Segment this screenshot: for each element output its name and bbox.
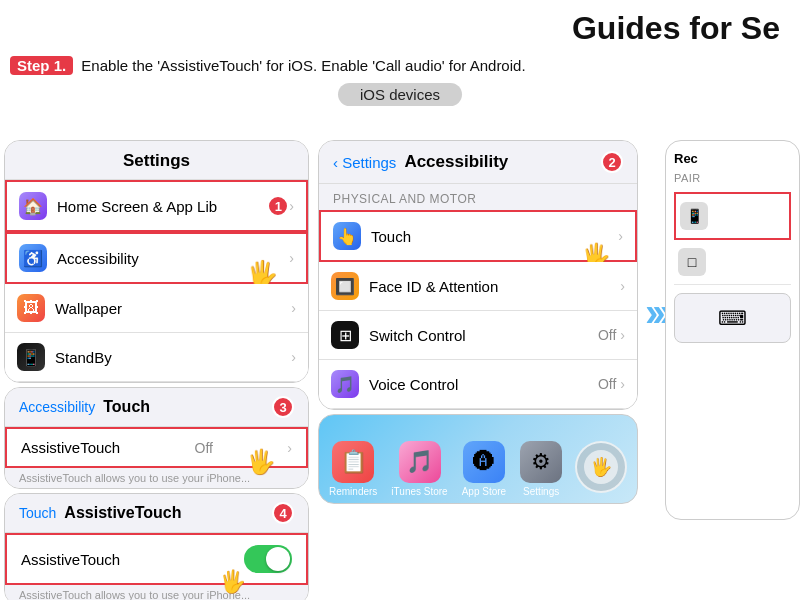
right-item-icon-1: 📱: [680, 202, 708, 230]
app-settings[interactable]: ⚙ Settings: [520, 441, 562, 497]
settings-item-wallpaper[interactable]: 🖼 Wallpaper ›: [5, 284, 308, 333]
settings-title: Settings: [5, 141, 308, 180]
standby-icon: 📱: [17, 343, 45, 371]
arrows-icon: ›››: [645, 290, 667, 335]
voice-icon: 🎵: [331, 370, 359, 398]
settings-item-accessibility[interactable]: ♿ Accessibility › 🖐: [5, 232, 308, 284]
at-desc: AssistiveTouch allows you to use your iP…: [5, 585, 308, 600]
settings-app-icon: ⚙: [520, 441, 562, 483]
acc-switch-chevron: ›: [620, 327, 625, 343]
at-label: AssistiveTouch: [21, 551, 120, 568]
acc-item-touch[interactable]: 👆 Touch › 🖐: [319, 210, 637, 262]
mid-column: ‹ Settings Accessibility 2 PHYSICAL AND …: [318, 140, 643, 504]
faceid-icon: 🔲: [331, 272, 359, 300]
step-bar: Step 1. Enable the 'AssistiveTouch' for …: [0, 52, 800, 83]
acc-switch-label: Switch Control: [369, 327, 598, 344]
settings-app-label: Settings: [523, 486, 559, 497]
appstore-label: App Store: [462, 486, 506, 497]
itunes-icon: 🎵: [399, 441, 441, 483]
step3-badge: 3: [272, 396, 294, 418]
card-right-partial: Rec PAIR 📱 □ ⌨: [665, 140, 800, 520]
reminders-label: Reminders: [329, 486, 377, 497]
arrows-wrap: ›››: [645, 290, 667, 335]
app-itunes[interactable]: 🎵 iTunes Store: [391, 441, 447, 497]
touch-at-label: AssistiveTouch: [21, 439, 120, 456]
settings-item-homescreen[interactable]: 🏠 Home Screen & App Lib 1 ›: [5, 180, 308, 232]
card-settings: Settings 🏠 Home Screen & App Lib 1 › ♿ A…: [4, 140, 309, 383]
at-inner-circle: 🖐: [584, 450, 618, 484]
ios-label: iOS devices: [338, 83, 462, 106]
acc-header: ‹ Settings Accessibility 2: [319, 141, 637, 184]
homescreen-label: Home Screen & App Lib: [57, 198, 267, 215]
right-section-label: PAIR: [674, 172, 791, 184]
at-header: Touch AssistiveTouch 4: [5, 494, 308, 533]
step-text: Enable the 'AssistiveTouch' for iOS. Ena…: [81, 57, 525, 74]
right-item-2[interactable]: □: [674, 240, 791, 285]
acc-faceid-chevron: ›: [620, 278, 625, 294]
assistive-touch-button[interactable]: 🖐: [575, 441, 627, 493]
card-accessibility: ‹ Settings Accessibility 2 PHYSICAL AND …: [318, 140, 638, 410]
acc-voice-value: Off: [598, 376, 616, 392]
appstore-icon: 🅐: [463, 441, 505, 483]
page-title: Guides for Se: [0, 0, 800, 52]
ios-label-wrap: iOS devices: [0, 83, 800, 106]
standby-label: StandBy: [55, 349, 291, 366]
right-item-1[interactable]: 📱: [674, 192, 791, 240]
acc-title: Accessibility: [404, 152, 508, 172]
step-badge: Step 1.: [10, 56, 73, 75]
card-touch: Accessibility Touch 3 AssistiveTouch Off…: [4, 387, 309, 489]
right-rec-label: Rec: [674, 151, 791, 166]
right-keyboard[interactable]: ⌨: [674, 293, 791, 343]
touch-header: Accessibility Touch 3: [5, 388, 308, 427]
accessibility-icon: ♿: [19, 244, 47, 272]
step2-badge: 2: [601, 151, 623, 173]
at-title: AssistiveTouch: [64, 504, 181, 522]
right-item-icon-2: □: [678, 248, 706, 276]
touch-back[interactable]: Accessibility: [19, 399, 95, 415]
acc-faceid-label: Face ID & Attention: [369, 278, 616, 295]
settings-item-standby[interactable]: 📱 StandBy ›: [5, 333, 308, 382]
card-at: Touch AssistiveTouch 4 AssistiveTouch 🖐 …: [4, 493, 309, 600]
touch-title: Touch: [103, 398, 150, 416]
touch-assistivetouch-item[interactable]: AssistiveTouch Off › 🖐: [5, 427, 308, 468]
acc-item-switch[interactable]: ⊞ Switch Control Off ›: [319, 311, 637, 360]
acc-section-label: PHYSICAL AND MOTOR: [319, 184, 637, 210]
homescreen-chevron: ›: [289, 198, 294, 214]
wallpaper-icon: 🖼: [17, 294, 45, 322]
itunes-label: iTunes Store: [391, 486, 447, 497]
touch-at-chevron: ›: [287, 440, 292, 456]
acc-touch-label: Touch: [371, 228, 614, 245]
touch-at-value: Off: [195, 440, 213, 456]
acc-touch-chevron: ›: [618, 228, 623, 244]
touch-icon: 👆: [333, 222, 361, 250]
acc-item-faceid[interactable]: 🔲 Face ID & Attention ›: [319, 262, 637, 311]
app-appstore[interactable]: 🅐 App Store: [462, 441, 506, 497]
wallpaper-label: Wallpaper: [55, 300, 291, 317]
card-homescreen: 📋 Reminders 🎵 iTunes Store 🅐 App Store ⚙…: [318, 414, 638, 504]
settings-list: 🏠 Home Screen & App Lib 1 › ♿ Accessibil…: [5, 180, 308, 382]
at-toggle[interactable]: [244, 545, 292, 573]
at-toggle-item[interactable]: AssistiveTouch 🖐: [5, 533, 308, 585]
accessibility-chevron: ›: [289, 250, 294, 266]
acc-voice-label: Voice Control: [369, 376, 598, 393]
step1-badge: 1: [267, 195, 289, 217]
at-back[interactable]: Touch: [19, 505, 56, 521]
wallpaper-chevron: ›: [291, 300, 296, 316]
acc-voice-chevron: ›: [620, 376, 625, 392]
step4-badge: 4: [272, 502, 294, 524]
switch-icon: ⊞: [331, 321, 359, 349]
acc-item-voice[interactable]: 🎵 Voice Control Off ›: [319, 360, 637, 409]
acc-switch-value: Off: [598, 327, 616, 343]
reminders-icon: 📋: [332, 441, 374, 483]
acc-back-btn[interactable]: ‹ Settings: [333, 154, 396, 171]
homescreen-icon: 🏠: [19, 192, 47, 220]
app-reminders[interactable]: 📋 Reminders: [329, 441, 377, 497]
standby-chevron: ›: [291, 349, 296, 365]
left-column: Settings 🏠 Home Screen & App Lib 1 › ♿ A…: [4, 140, 314, 600]
